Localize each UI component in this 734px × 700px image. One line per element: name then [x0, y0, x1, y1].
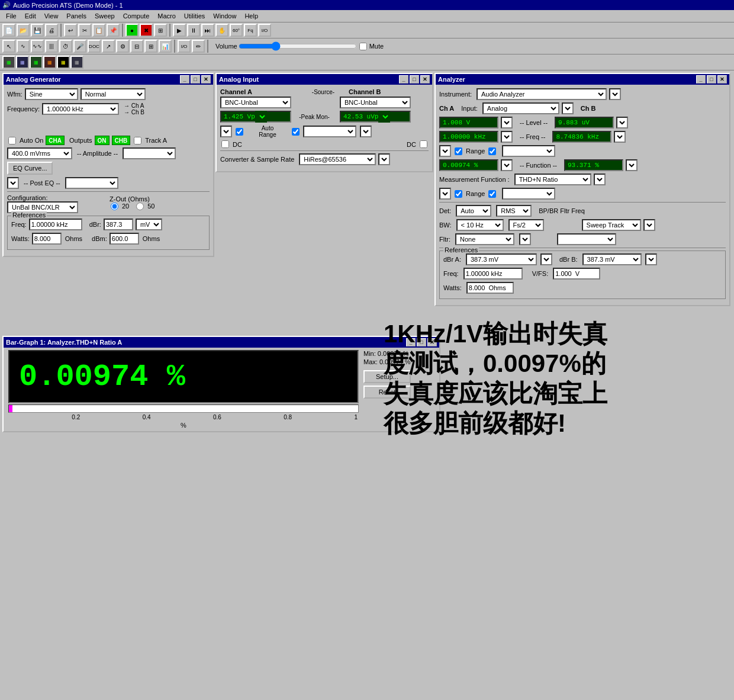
ai-chb-ar-select[interactable]: [303, 126, 356, 137]
z50-radio[interactable]: [136, 203, 144, 210]
post-eq-select1[interactable]: [7, 177, 19, 189]
ai-chb-dc-checkbox[interactable]: [420, 140, 427, 148]
az-vfs-input[interactable]: [553, 268, 600, 280]
tb2-sine[interactable]: ∿: [17, 40, 30, 53]
az-watts-ref-input[interactable]: [466, 282, 514, 294]
ai-chb-ar-checkbox[interactable]: [292, 128, 300, 136]
gen-freq-input[interactable]: [29, 219, 82, 230]
tb2-io2[interactable]: I/O: [178, 40, 191, 53]
maximize-btn-ai[interactable]: □: [410, 75, 419, 84]
tb2-table[interactable]: ⊞: [144, 40, 157, 53]
az-chb-level-select[interactable]: [616, 117, 628, 129]
tb2-edit2[interactable]: ✏: [192, 40, 205, 53]
tb3-3[interactable]: ▦: [30, 56, 43, 69]
tb-pause[interactable]: ⏸: [187, 24, 200, 37]
az-chb-freq-select[interactable]: [614, 131, 626, 143]
az-fltr-extra2[interactable]: [557, 233, 616, 245]
az-range-checkbox1[interactable]: [455, 147, 462, 155]
tb-60s[interactable]: 60°: [230, 24, 243, 37]
amplitude-val-select[interactable]: [123, 147, 176, 159]
gen-dbr-unit-select[interactable]: mV: [136, 219, 162, 230]
az-fltr-extra[interactable]: [519, 233, 531, 245]
ai-cha-ar-select[interactable]: [220, 126, 232, 137]
az-range-select1[interactable]: [439, 145, 451, 157]
auto-on-checkbox[interactable]: [8, 137, 16, 145]
menu-file[interactable]: File: [2, 11, 20, 21]
tb-step[interactable]: ⏭: [201, 24, 214, 37]
az-cha-freq-select[interactable]: [501, 131, 513, 143]
tb-new[interactable]: 📄: [2, 24, 15, 37]
gen-dbr-input[interactable]: [104, 219, 133, 230]
az-dbrb-extra[interactable]: [645, 253, 657, 265]
az-dbrb-select[interactable]: 387.3 mV: [582, 253, 642, 265]
az-mfunc-extra[interactable]: [594, 174, 606, 185]
ai-converter-extra[interactable]: [378, 153, 390, 165]
tb2-chart[interactable]: 📊: [159, 40, 172, 53]
az-instrument-select[interactable]: Audio Analyzer: [477, 88, 607, 100]
tb-cut[interactable]: ✂: [78, 24, 91, 37]
menu-edit[interactable]: Edit: [21, 11, 40, 21]
az-rms-select[interactable]: RMS: [496, 205, 532, 217]
az-input-extra[interactable]: [562, 102, 574, 114]
tb-io[interactable]: I/O: [258, 24, 271, 37]
freq-select[interactable]: 1.00000 kHz: [42, 103, 119, 115]
amplitude-select[interactable]: 400.0 mVrms: [7, 147, 72, 159]
az-dbra-select[interactable]: 387.3 mV: [466, 253, 537, 265]
az-range-select3[interactable]: [439, 188, 451, 200]
tb-panel[interactable]: ⊞: [154, 24, 167, 37]
post-eq-select2[interactable]: [65, 177, 118, 189]
menu-sweep[interactable]: Sweep: [91, 11, 118, 21]
tb2-clock[interactable]: ⏱: [59, 40, 72, 53]
mode-select[interactable]: Normal: [81, 88, 146, 100]
maximize-btn-gen[interactable]: □: [191, 75, 200, 84]
az-freq-ref-input[interactable]: [463, 268, 523, 280]
az-range-checkbox3[interactable]: [455, 190, 462, 198]
close-btn-az[interactable]: ✕: [717, 75, 727, 84]
minimize-btn-ai[interactable]: _: [399, 75, 408, 84]
az-mfunc-select[interactable]: THD+N Ratio: [514, 174, 591, 185]
tb2-panel2[interactable]: ⊟: [130, 40, 143, 53]
tb2-cursor[interactable]: ↖: [2, 40, 15, 53]
tb-undo[interactable]: ↩: [64, 24, 77, 37]
tb-print[interactable]: 🖨: [45, 24, 58, 37]
tb3-4[interactable]: ▦: [43, 56, 56, 69]
az-dbra-extra[interactable]: [540, 253, 552, 265]
tb-hand[interactable]: ✋: [215, 24, 228, 37]
tb3-2[interactable]: ▦: [16, 56, 29, 69]
minimize-btn-gen[interactable]: _: [180, 75, 189, 84]
tb-save[interactable]: 💾: [31, 24, 44, 37]
tb2-doc[interactable]: DOC: [88, 40, 101, 53]
menu-compute[interactable]: Compute: [120, 11, 153, 21]
menu-panels[interactable]: Panels: [63, 11, 90, 21]
tb3-1[interactable]: ▦: [2, 56, 15, 69]
tb2-bars[interactable]: |||: [45, 40, 58, 53]
az-range-select4[interactable]: [502, 188, 555, 200]
tb2-wave[interactable]: ∿∿: [31, 40, 44, 53]
mute-checkbox[interactable]: [359, 43, 367, 50]
az-bw-select[interactable]: < 10 Hz: [456, 219, 504, 231]
volume-slider[interactable]: [239, 41, 357, 51]
minimize-btn-az[interactable]: _: [696, 75, 706, 84]
az-det-select[interactable]: Auto: [456, 205, 491, 217]
ai-cha-ar-checkbox[interactable]: [236, 128, 243, 136]
az-input-select[interactable]: Analog: [482, 102, 559, 114]
menu-macro[interactable]: Macro: [154, 11, 179, 21]
ai-converter-select[interactable]: HiRes@65536: [299, 153, 376, 165]
wfm-select[interactable]: Sine: [25, 88, 78, 100]
tb-paste[interactable]: 📌: [107, 24, 120, 37]
tb-stop-red[interactable]: ✖: [140, 24, 153, 37]
az-sweep-extra[interactable]: [643, 219, 655, 231]
z20-radio[interactable]: [111, 203, 118, 210]
tb-run-green[interactable]: ●: [125, 24, 139, 37]
az-instrument-extra[interactable]: [609, 88, 621, 100]
ai-extra-select[interactable]: [360, 126, 372, 137]
tb-open[interactable]: 📂: [17, 24, 30, 37]
tb3-5[interactable]: ▦: [57, 56, 70, 69]
tb-copy[interactable]: 📋: [92, 24, 105, 37]
az-range-checkbox4[interactable]: [488, 190, 496, 198]
az-range-select2[interactable]: [502, 145, 555, 157]
az-cha-level-select[interactable]: [501, 117, 513, 129]
ai-cha-source-select[interactable]: BNC-Unbal: [220, 97, 291, 108]
close-btn-gen[interactable]: ✕: [201, 75, 211, 84]
track-a-checkbox[interactable]: [134, 137, 141, 145]
